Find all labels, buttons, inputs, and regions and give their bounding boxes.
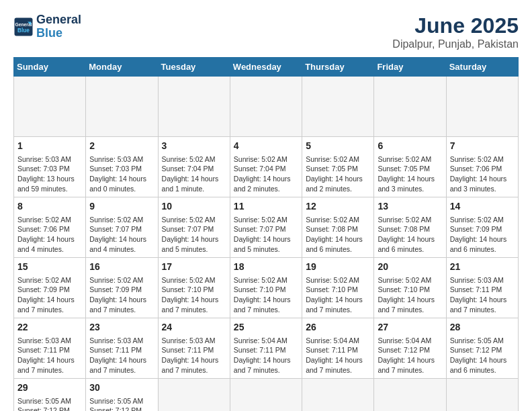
week-row-4: 22Sunrise: 5:03 AM Sunset: 7:11 PM Dayli…: [14, 318, 519, 379]
header-cell-friday: Friday: [374, 58, 446, 77]
day-number: 6: [378, 140, 442, 153]
calendar-cell: 11Sunrise: 5:02 AM Sunset: 7:07 PM Dayli…: [230, 197, 302, 258]
week-row-3: 15Sunrise: 5:02 AM Sunset: 7:09 PM Dayli…: [14, 258, 519, 318]
calendar-cell: 30Sunrise: 5:05 AM Sunset: 7:12 PM Dayli…: [86, 379, 158, 412]
day-number: 11: [234, 200, 298, 214]
calendar-cell: 20Sunrise: 5:02 AM Sunset: 7:10 PM Dayli…: [374, 258, 446, 318]
calendar-cell: 18Sunrise: 5:02 AM Sunset: 7:10 PM Dayli…: [230, 258, 302, 318]
calendar-cell: 29Sunrise: 5:05 AM Sunset: 7:12 PM Dayli…: [14, 379, 86, 412]
day-info: Sunrise: 5:02 AM Sunset: 7:06 PM Dayligh…: [17, 215, 82, 255]
day-number: 3: [162, 140, 226, 153]
header-cell-monday: Monday: [86, 58, 158, 77]
day-number: 13: [378, 200, 442, 214]
day-number: 2: [89, 140, 154, 153]
calendar-cell: 19Sunrise: 5:02 AM Sunset: 7:10 PM Dayli…: [302, 258, 374, 318]
calendar-cell: 7Sunrise: 5:02 AM Sunset: 7:06 PM Daylig…: [446, 137, 518, 197]
header-cell-tuesday: Tuesday: [158, 58, 230, 77]
day-number: 23: [89, 321, 154, 334]
day-info: Sunrise: 5:02 AM Sunset: 7:09 PM Dayligh…: [17, 275, 82, 315]
logo-line1: General: [36, 13, 81, 27]
day-number: 8: [17, 200, 82, 214]
calendar-cell: [230, 379, 302, 412]
calendar-cell: 10Sunrise: 5:02 AM Sunset: 7:07 PM Dayli…: [158, 197, 230, 258]
location-title: Dipalpur, Punjab, Pakistan: [392, 38, 519, 50]
day-info: Sunrise: 5:04 AM Sunset: 7:11 PM Dayligh…: [234, 336, 298, 375]
calendar-cell: 21Sunrise: 5:03 AM Sunset: 7:11 PM Dayli…: [446, 258, 518, 318]
day-info: Sunrise: 5:02 AM Sunset: 7:09 PM Dayligh…: [89, 275, 154, 315]
day-info: Sunrise: 5:02 AM Sunset: 7:10 PM Dayligh…: [234, 275, 298, 315]
day-number: 9: [89, 200, 154, 214]
day-info: Sunrise: 5:02 AM Sunset: 7:06 PM Dayligh…: [450, 154, 515, 194]
day-number: 29: [17, 381, 82, 395]
header-cell-sunday: Sunday: [14, 58, 86, 77]
calendar-cell: [302, 379, 374, 412]
day-info: Sunrise: 5:02 AM Sunset: 7:08 PM Dayligh…: [378, 215, 442, 255]
header: General Blue General Blue June 2025 Dipa…: [13, 13, 519, 50]
day-number: 22: [17, 321, 82, 334]
day-number: 7: [450, 140, 515, 153]
calendar-cell: 16Sunrise: 5:02 AM Sunset: 7:09 PM Dayli…: [86, 258, 158, 318]
day-number: 17: [162, 261, 226, 274]
day-number: 20: [378, 261, 442, 274]
day-number: 10: [162, 200, 226, 214]
day-info: Sunrise: 5:02 AM Sunset: 7:05 PM Dayligh…: [306, 154, 370, 194]
day-info: Sunrise: 5:03 AM Sunset: 7:03 PM Dayligh…: [17, 154, 82, 194]
calendar-header-row: SundayMondayTuesdayWednesdayThursdayFrid…: [14, 58, 519, 77]
calendar-cell: 9Sunrise: 5:02 AM Sunset: 7:07 PM Daylig…: [86, 197, 158, 258]
logo-line2: Blue: [36, 27, 81, 40]
logo-icon: General Blue: [13, 17, 34, 37]
calendar-cell: 1Sunrise: 5:03 AM Sunset: 7:03 PM Daylig…: [14, 137, 86, 197]
calendar-body: 1Sunrise: 5:03 AM Sunset: 7:03 PM Daylig…: [14, 77, 519, 412]
day-info: Sunrise: 5:02 AM Sunset: 7:04 PM Dayligh…: [162, 154, 226, 194]
calendar-cell: [86, 77, 158, 137]
calendar-cell: [446, 77, 518, 137]
day-info: Sunrise: 5:03 AM Sunset: 7:11 PM Dayligh…: [162, 336, 226, 375]
svg-text:Blue: Blue: [17, 27, 30, 33]
day-info: Sunrise: 5:05 AM Sunset: 7:12 PM Dayligh…: [450, 336, 515, 375]
calendar-cell: 22Sunrise: 5:03 AM Sunset: 7:11 PM Dayli…: [14, 318, 86, 379]
calendar-cell: 25Sunrise: 5:04 AM Sunset: 7:11 PM Dayli…: [230, 318, 302, 379]
calendar-cell: 2Sunrise: 5:03 AM Sunset: 7:03 PM Daylig…: [86, 137, 158, 197]
day-info: Sunrise: 5:02 AM Sunset: 7:07 PM Dayligh…: [234, 215, 298, 255]
day-number: 5: [306, 140, 370, 153]
calendar-cell: [14, 77, 86, 137]
day-number: 27: [378, 321, 442, 334]
day-info: Sunrise: 5:02 AM Sunset: 7:08 PM Dayligh…: [306, 215, 370, 255]
day-info: Sunrise: 5:03 AM Sunset: 7:11 PM Dayligh…: [89, 336, 154, 375]
calendar-cell: 24Sunrise: 5:03 AM Sunset: 7:11 PM Dayli…: [158, 318, 230, 379]
day-info: Sunrise: 5:02 AM Sunset: 7:05 PM Dayligh…: [378, 154, 442, 194]
day-number: 21: [450, 261, 515, 274]
header-cell-saturday: Saturday: [446, 58, 518, 77]
header-cell-wednesday: Wednesday: [230, 58, 302, 77]
day-number: 26: [306, 321, 370, 334]
calendar-cell: 28Sunrise: 5:05 AM Sunset: 7:12 PM Dayli…: [446, 318, 518, 379]
day-number: 18: [234, 261, 298, 274]
day-info: Sunrise: 5:02 AM Sunset: 7:07 PM Dayligh…: [89, 215, 154, 255]
day-info: Sunrise: 5:02 AM Sunset: 7:10 PM Dayligh…: [162, 275, 226, 315]
calendar-cell: 17Sunrise: 5:02 AM Sunset: 7:10 PM Dayli…: [158, 258, 230, 318]
day-number: 28: [450, 321, 515, 334]
calendar-cell: [158, 77, 230, 137]
week-row-5: 29Sunrise: 5:05 AM Sunset: 7:12 PM Dayli…: [14, 379, 519, 412]
month-title: June 2025: [392, 13, 519, 38]
day-info: Sunrise: 5:04 AM Sunset: 7:11 PM Dayligh…: [306, 336, 370, 375]
day-info: Sunrise: 5:02 AM Sunset: 7:09 PM Dayligh…: [450, 215, 515, 255]
calendar-cell: 14Sunrise: 5:02 AM Sunset: 7:09 PM Dayli…: [446, 197, 518, 258]
day-number: 4: [234, 140, 298, 153]
calendar-cell: 4Sunrise: 5:02 AM Sunset: 7:04 PM Daylig…: [230, 137, 302, 197]
week-row-1: 1Sunrise: 5:03 AM Sunset: 7:03 PM Daylig…: [14, 137, 519, 197]
day-number: 24: [162, 321, 226, 334]
calendar-cell: 5Sunrise: 5:02 AM Sunset: 7:05 PM Daylig…: [302, 137, 374, 197]
calendar-cell: [302, 77, 374, 137]
day-number: 15: [17, 261, 82, 274]
day-info: Sunrise: 5:04 AM Sunset: 7:12 PM Dayligh…: [378, 336, 442, 375]
day-number: 14: [450, 200, 515, 214]
day-number: 1: [17, 140, 82, 153]
calendar-cell: 27Sunrise: 5:04 AM Sunset: 7:12 PM Dayli…: [374, 318, 446, 379]
calendar-table: SundayMondayTuesdayWednesdayThursdayFrid…: [13, 57, 519, 411]
calendar-cell: [446, 379, 518, 412]
header-cell-thursday: Thursday: [302, 58, 374, 77]
title-area: June 2025 Dipalpur, Punjab, Pakistan: [392, 13, 519, 50]
calendar-cell: [374, 379, 446, 412]
week-row-2: 8Sunrise: 5:02 AM Sunset: 7:06 PM Daylig…: [14, 197, 519, 258]
